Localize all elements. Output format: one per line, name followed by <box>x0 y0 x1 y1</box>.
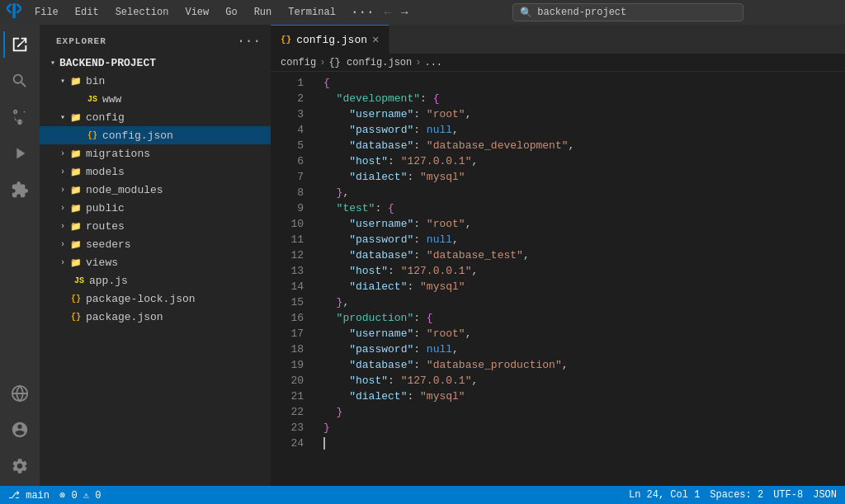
code-line: "password": null, <box>323 232 845 247</box>
tab-config-json[interactable]: {} config.json ✕ <box>271 25 389 54</box>
tree-item-project-root[interactable]: ▾ BACKEND-PROJECT <box>40 54 271 72</box>
code-line: "database": "database_test", <box>323 247 845 263</box>
code-line: "test": { <box>323 200 845 216</box>
status-ln-col[interactable]: Ln 24, Col 1 <box>629 489 700 501</box>
tree-item-models[interactable]: › 📁 models <box>40 163 271 181</box>
file-tree: ▾ BACKEND-PROJECT ▾ 📁 bin JS www ▾ 📁 con… <box>40 54 271 486</box>
www-label: www <box>102 93 121 106</box>
tree-item-public[interactable]: › 📁 public <box>40 199 271 217</box>
js-file-icon: JS <box>73 274 86 287</box>
folder-icon: 📁 <box>69 183 83 196</box>
extensions-activity-icon[interactable] <box>3 173 36 206</box>
status-encoding[interactable]: UTF-8 <box>773 489 803 501</box>
folder-icon: 📁 <box>69 165 83 178</box>
code-line: "dialect": "mysql" <box>323 279 845 294</box>
tree-item-package-lock[interactable]: {} package-lock.json <box>40 290 271 308</box>
sidebar-header: EXPLORER ··· <box>40 25 271 54</box>
breadcrumb-sep-1: › <box>319 57 325 68</box>
views-label: views <box>86 257 118 269</box>
tree-item-packagejson[interactable]: {} package.json <box>40 308 271 326</box>
code-line: } <box>323 404 845 420</box>
status-left: ⎇ main ⊗ 0 ⚠ 0 <box>8 489 101 502</box>
menu-run[interactable]: Run <box>246 0 281 25</box>
tree-item-routes[interactable]: › 📁 routes <box>40 217 271 235</box>
tree-item-appjs[interactable]: JS app.js <box>40 271 271 290</box>
code-line: "password": null, <box>323 122 845 138</box>
menu-go[interactable]: Go <box>217 0 245 25</box>
config-label: config <box>86 111 125 124</box>
js-file-icon: JS <box>86 92 99 106</box>
tree-item-node-modules[interactable]: › 📁 node_modules <box>40 181 271 199</box>
run-activity-icon[interactable] <box>3 137 36 170</box>
chevron-down-icon: ▾ <box>46 58 59 68</box>
sidebar: EXPLORER ··· ▾ BACKEND-PROJECT ▾ 📁 bin J… <box>40 25 271 486</box>
code-editor[interactable]: 12345 678910 1112131415 1617181920 21222… <box>271 72 845 486</box>
breadcrumb: config › {} config.json › ... <box>271 54 845 72</box>
code-line: "database": "database_development", <box>323 138 845 153</box>
menu-selection[interactable]: Selection <box>107 0 177 25</box>
tab-close-icon[interactable]: ✕ <box>372 34 379 45</box>
tree-item-www[interactable]: JS www <box>40 90 271 108</box>
chevron-right-icon: › <box>56 222 69 231</box>
breadcrumb-file[interactable]: {} config.json <box>328 57 412 68</box>
code-content[interactable]: { "development": { "username": "root", "… <box>310 72 845 486</box>
code-line: "dialect": "mysql" <box>323 169 845 185</box>
project-root-label: BACKEND-PROJECT <box>59 57 156 69</box>
menu-edit[interactable]: Edit <box>67 0 107 25</box>
appjs-label: app.js <box>89 275 128 287</box>
search-activity-icon[interactable] <box>3 64 36 97</box>
search-bar[interactable]: 🔍 backend-project <box>512 3 744 21</box>
remote-activity-icon[interactable] <box>3 377 36 410</box>
breadcrumb-dots[interactable]: ... <box>424 57 442 68</box>
menu-view[interactable]: View <box>177 0 217 25</box>
code-line: "password": null, <box>323 341 845 357</box>
code-line: "database": "database_production", <box>323 357 845 373</box>
menu-terminal[interactable]: Terminal <box>280 0 344 25</box>
tree-item-bin[interactable]: ▾ 📁 bin <box>40 72 271 90</box>
source-control-activity-icon[interactable] <box>3 101 36 134</box>
menu-file[interactable]: File <box>26 0 67 25</box>
app-logo <box>7 3 21 21</box>
chevron-right-icon: › <box>56 167 69 177</box>
routes-label: routes <box>86 220 125 233</box>
sidebar-title: EXPLORER <box>56 36 106 46</box>
chevron-down-icon: ▾ <box>56 112 69 122</box>
chevron-right-icon: › <box>56 186 69 195</box>
tree-item-config-json[interactable]: {} config.json <box>40 126 271 144</box>
folder-icon: 📁 <box>69 111 83 124</box>
chevron-right-icon: › <box>56 258 69 267</box>
nav-forward-icon[interactable]: → <box>398 6 411 19</box>
main-area: EXPLORER ··· ▾ BACKEND-PROJECT ▾ 📁 bin J… <box>0 25 845 486</box>
code-line: "production": { <box>323 310 845 326</box>
chevron-right-icon: › <box>56 204 69 213</box>
folder-icon: 📁 <box>69 256 83 269</box>
code-line: "dialect": "mysql" <box>323 389 845 404</box>
code-line: }, <box>323 185 845 200</box>
chevron-down-icon: ▾ <box>56 76 69 86</box>
status-lang[interactable]: JSON <box>813 489 837 501</box>
tree-item-views[interactable]: › 📁 views <box>40 253 271 271</box>
folder-icon: 📁 <box>69 147 83 160</box>
code-line: "username": "root", <box>323 326 845 341</box>
status-spaces[interactable]: Spaces: 2 <box>710 489 763 501</box>
seeders-label: seeders <box>86 238 131 251</box>
settings-activity-icon[interactable] <box>3 450 36 483</box>
breadcrumb-sep-2: › <box>415 57 421 68</box>
nav-back-icon[interactable]: ← <box>381 6 394 19</box>
status-right: Ln 24, Col 1 Spaces: 2 UTF-8 JSON <box>629 489 837 501</box>
breadcrumb-config[interactable]: config <box>281 57 316 68</box>
status-branch[interactable]: ⎇ main <box>8 489 50 502</box>
sidebar-more-icon[interactable]: ··· <box>237 34 261 49</box>
editor-area: {} config.json ✕ config › {} config.json… <box>271 25 845 486</box>
tree-item-config[interactable]: ▾ 📁 config <box>40 108 271 126</box>
tree-item-seeders[interactable]: › 📁 seeders <box>40 235 271 253</box>
menu-more-icon[interactable]: ··· <box>344 0 381 25</box>
migrations-label: migrations <box>86 148 150 160</box>
status-errors[interactable]: ⊗ 0 ⚠ 0 <box>59 489 101 502</box>
accounts-activity-icon[interactable] <box>3 413 36 446</box>
code-line: "username": "root", <box>323 216 845 232</box>
code-line: "host": "127.0.0.1", <box>323 153 845 169</box>
chevron-right-icon: › <box>56 240 69 249</box>
tree-item-migrations[interactable]: › 📁 migrations <box>40 144 271 163</box>
explorer-activity-icon[interactable] <box>3 28 36 61</box>
